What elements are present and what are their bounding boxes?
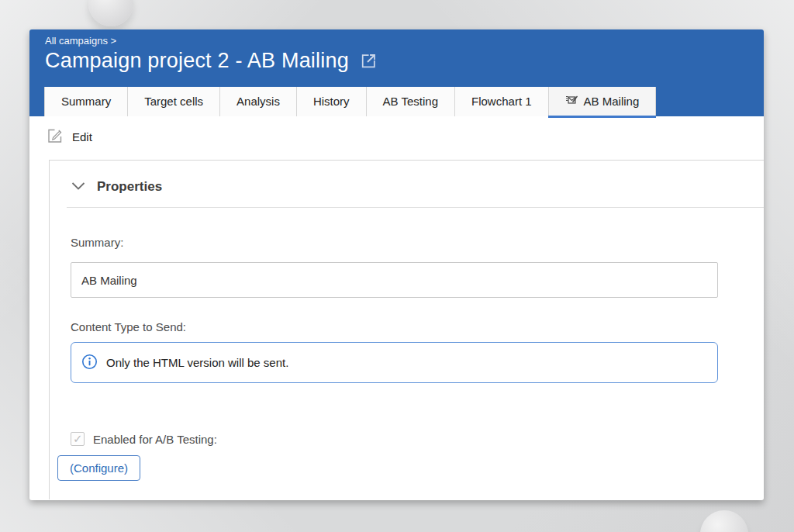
content-type-label: Content Type to Send: — [71, 320, 764, 333]
properties-section-header[interactable]: Properties — [71, 179, 162, 195]
tab-label: Summary — [61, 87, 111, 116]
tab-analysis[interactable]: Analysis — [220, 87, 297, 116]
external-link-icon[interactable] — [358, 51, 378, 74]
sphere-decoration-top — [88, 0, 133, 26]
sphere-decoration-bottom — [700, 510, 748, 532]
summary-input[interactable] — [71, 262, 718, 298]
ab-testing-checkbox[interactable] — [71, 432, 85, 446]
tab-summary[interactable]: Summary — [44, 87, 128, 116]
configure-label: (Configure) — [70, 461, 128, 475]
section-divider — [67, 207, 764, 208]
tab-ab-testing[interactable]: AB Testing — [367, 87, 455, 116]
content-type-info-box: Only the HTML version will be sent. — [71, 342, 718, 383]
page-title: Campaign project 2 - AB Mailing — [45, 49, 349, 73]
properties-panel-body: Properties Summary: Content Type to Send… — [50, 161, 764, 481]
action-toolbar: Edit — [29, 116, 764, 160]
tab-label: History — [313, 87, 350, 116]
edit-button[interactable]: Edit — [47, 127, 92, 147]
tab-ab-mailing[interactable]: AB Mailing — [549, 87, 657, 116]
tab-label: AB Testing — [383, 87, 438, 116]
summary-label: Summary: — [71, 236, 764, 249]
desktop-background: { "header": { "breadcrumb": "All campaig… — [0, 0, 794, 532]
tab-bar: Summary Target cells Analysis History AB… — [44, 87, 656, 116]
configure-button[interactable]: (Configure) — [57, 455, 140, 481]
tab-label: Analysis — [236, 87, 280, 116]
edit-label: Edit — [72, 130, 92, 143]
info-text: Only the HTML version will be sent. — [106, 356, 288, 369]
delivery-icon — [565, 87, 578, 116]
campaign-header: All campaigns > Campaign project 2 - AB … — [29, 29, 764, 116]
tab-target-cells[interactable]: Target cells — [128, 87, 220, 116]
tab-flowchart-1[interactable]: Flowchart 1 — [455, 87, 549, 116]
breadcrumb[interactable]: All campaigns > — [29, 29, 764, 47]
tab-label: AB Mailing — [584, 87, 640, 116]
info-icon — [81, 354, 98, 372]
ab-testing-label: Enabled for A/B Testing: — [93, 433, 217, 446]
tab-history[interactable]: History — [297, 87, 367, 116]
campaign-window: All campaigns > Campaign project 2 - AB … — [29, 29, 764, 500]
tab-label: Target cells — [144, 87, 203, 116]
properties-panel: Properties Summary: Content Type to Send… — [49, 160, 764, 499]
edit-pencil-icon — [47, 127, 64, 147]
section-title: Properties — [97, 179, 162, 195]
title-row: Campaign project 2 - AB Mailing — [29, 47, 764, 74]
chevron-down-icon — [71, 180, 86, 194]
tab-label: Flowchart 1 — [471, 87, 532, 116]
ab-testing-row: Enabled for A/B Testing: — [71, 432, 764, 446]
